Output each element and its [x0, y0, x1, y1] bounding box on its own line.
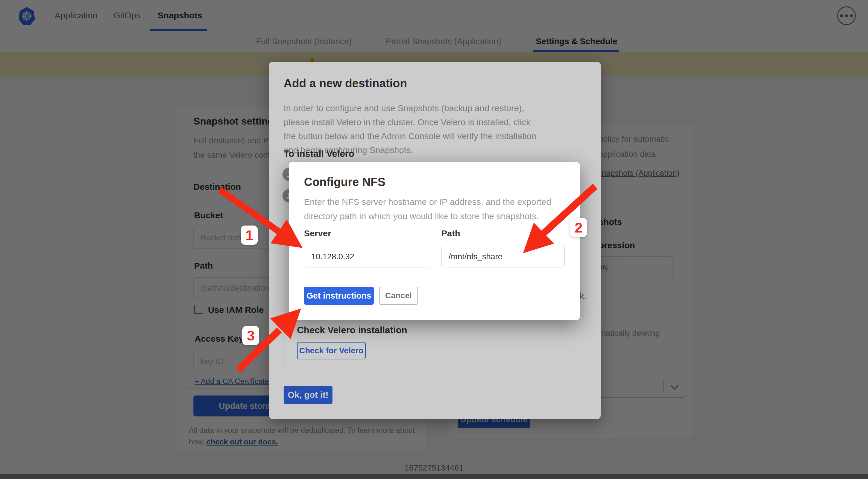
annotation-badge-3: 3	[242, 326, 259, 345]
nfs-server-input[interactable]	[304, 246, 431, 267]
cancel-button[interactable]: Cancel	[379, 287, 418, 305]
annotation-badge-1: 1	[241, 226, 258, 245]
get-instructions-button[interactable]: Get instructions	[304, 287, 374, 305]
admin-console-page: ☸ Application GitOps Snapshots Full Snap…	[0, 0, 868, 479]
annotation-badge-2: 2	[570, 218, 587, 237]
configure-nfs-body: Enter the NFS server hostname or IP addr…	[304, 195, 566, 223]
nfs-path-label: Path	[441, 229, 460, 238]
configure-nfs-dialog: Configure NFS Enter the NFS server hostn…	[289, 162, 580, 320]
server-label: Server	[304, 229, 331, 238]
nfs-path-input[interactable]	[441, 246, 565, 267]
configure-nfs-title: Configure NFS	[304, 176, 385, 188]
